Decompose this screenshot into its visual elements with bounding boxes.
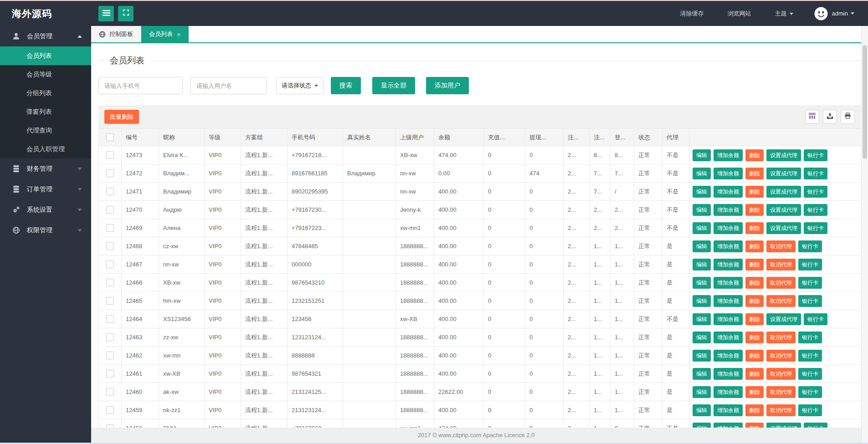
bank-button[interactable]: 银行卡 — [798, 259, 822, 270]
theme-menu[interactable]: 主题 — [763, 10, 805, 18]
row-checkbox[interactable] — [106, 224, 114, 232]
cancel-agent-button[interactable]: 取消代理 — [766, 404, 796, 416]
bank-button[interactable]: 银行卡 — [804, 313, 827, 325]
edit-button[interactable]: 编辑 — [693, 168, 711, 179]
bank-button[interactable]: 银行卡 — [798, 368, 822, 380]
add-balance-button[interactable]: 增加余额 — [714, 350, 743, 362]
delete-button[interactable]: 删除 — [745, 332, 764, 343]
cancel-agent-button[interactable]: 取消代理 — [766, 386, 796, 398]
row-checkbox[interactable] — [106, 333, 114, 341]
sidebar-item-agent-query[interactable]: 代理查询 — [0, 121, 91, 140]
row-checkbox[interactable] — [106, 315, 114, 323]
set-agent-button[interactable]: 设置成代理 — [766, 313, 801, 325]
sidebar-item-member-onboarding[interactable]: 会员入职管理 — [0, 140, 91, 158]
delete-button[interactable]: 删除 — [745, 277, 764, 289]
delete-button[interactable]: 删除 — [745, 313, 764, 325]
bank-button[interactable]: 银行卡 — [798, 404, 822, 416]
page-scrollbar[interactable] — [861, 26, 868, 443]
row-checkbox[interactable] — [106, 406, 114, 414]
row-checkbox[interactable] — [106, 151, 114, 159]
edit-button[interactable]: 编辑 — [693, 149, 711, 161]
bank-button[interactable]: 银行卡 — [804, 222, 827, 234]
edit-button[interactable]: 编辑 — [693, 386, 711, 398]
add-balance-button[interactable]: 增加余额 — [714, 386, 743, 398]
edit-button[interactable]: 编辑 — [693, 277, 711, 289]
row-checkbox[interactable] — [106, 297, 114, 305]
sidebar-item-permission-management[interactable]: 权限管理 — [0, 220, 91, 240]
edit-button[interactable]: 编辑 — [693, 295, 711, 307]
show-all-button[interactable]: 显示全部 — [372, 77, 415, 94]
bank-button[interactable]: 银行卡 — [798, 386, 822, 398]
add-balance-button[interactable]: 增加余额 — [714, 404, 743, 416]
edit-button[interactable]: 编辑 — [693, 332, 711, 343]
bank-button[interactable]: 银行卡 — [798, 332, 822, 343]
add-balance-button[interactable]: 增加余额 — [714, 332, 743, 343]
delete-button[interactable]: 删除 — [745, 149, 764, 161]
add-balance-button[interactable]: 增加余额 — [714, 204, 743, 216]
add-user-button[interactable]: 添加用户 — [426, 77, 469, 94]
delete-button[interactable]: 删除 — [745, 168, 764, 179]
add-balance-button[interactable]: 增加余额 — [714, 259, 743, 270]
row-checkbox[interactable] — [106, 169, 114, 177]
edit-button[interactable]: 编辑 — [693, 222, 711, 234]
browse-site-link[interactable]: 浏览网站 — [716, 10, 763, 18]
row-checkbox[interactable] — [106, 388, 114, 396]
cancel-agent-button[interactable]: 取消代理 — [766, 368, 796, 380]
delete-button[interactable]: 删除 — [745, 404, 764, 416]
row-checkbox[interactable] — [106, 260, 114, 268]
username-input[interactable] — [190, 77, 267, 94]
export-button[interactable] — [823, 110, 837, 124]
set-agent-button[interactable]: 设置成代理 — [766, 222, 801, 234]
columns-toggle-button[interactable] — [805, 110, 819, 124]
add-balance-button[interactable]: 增加余额 — [714, 168, 743, 179]
fullscreen-button[interactable] — [118, 6, 134, 21]
sidebar-item-system-settings[interactable]: 系统设置 — [0, 199, 91, 220]
add-balance-button[interactable]: 增加余额 — [714, 368, 743, 380]
delete-button[interactable]: 删除 — [745, 295, 764, 307]
cancel-agent-button[interactable]: 取消代理 — [766, 350, 796, 362]
delete-button[interactable]: 删除 — [745, 240, 764, 252]
delete-button[interactable]: 删除 — [745, 204, 764, 216]
cancel-agent-button[interactable]: 取消代理 — [766, 332, 796, 343]
clear-cache-link[interactable]: 清除缓存 — [668, 10, 716, 18]
sidebar-item-group-list[interactable]: 分组列表 — [0, 84, 91, 102]
row-checkbox[interactable] — [106, 352, 114, 359]
cancel-agent-button[interactable]: 取消代理 — [766, 295, 796, 307]
set-agent-button[interactable]: 设置成代理 — [766, 168, 801, 179]
sidebar-toggle-button[interactable] — [98, 6, 114, 21]
bank-button[interactable]: 银行卡 — [798, 350, 822, 362]
bank-button[interactable]: 银行卡 — [804, 149, 827, 161]
sidebar-item-order-management[interactable]: 订单管理 — [0, 179, 91, 199]
cancel-agent-button[interactable]: 取消代理 — [766, 277, 796, 289]
add-balance-button[interactable]: 增加余额 — [714, 277, 743, 289]
cancel-agent-button[interactable]: 取消代理 — [766, 240, 796, 252]
tab-dashboard[interactable]: 控制面板 — [91, 26, 141, 42]
bank-button[interactable]: 银行卡 — [804, 168, 827, 179]
delete-button[interactable]: 删除 — [745, 186, 764, 198]
add-balance-button[interactable]: 增加余额 — [714, 240, 743, 252]
row-checkbox[interactable] — [106, 188, 114, 195]
edit-button[interactable]: 编辑 — [693, 404, 711, 416]
batch-delete-button[interactable]: 批量删除 — [104, 110, 139, 124]
delete-button[interactable]: 删除 — [745, 386, 764, 398]
cancel-agent-button[interactable]: 取消代理 — [766, 259, 796, 270]
edit-button[interactable]: 编辑 — [693, 259, 711, 270]
bank-button[interactable]: 银行卡 — [798, 295, 822, 307]
add-balance-button[interactable]: 增加余额 — [714, 149, 743, 161]
print-button[interactable] — [841, 110, 855, 124]
add-balance-button[interactable]: 增加余额 — [714, 295, 743, 307]
sidebar-item-member-management[interactable]: 会员管理 — [0, 26, 91, 46]
set-agent-button[interactable]: 设置成代理 — [766, 204, 801, 216]
scrollbar-thumb[interactable] — [863, 45, 867, 159]
bank-button[interactable]: 银行卡 — [804, 186, 827, 198]
sidebar-item-member-level[interactable]: 会员等级 — [0, 65, 91, 84]
sidebar-item-finance-management[interactable]: 财务管理 — [0, 158, 91, 179]
close-icon[interactable]: × — [177, 31, 181, 38]
add-balance-button[interactable]: 增加余额 — [714, 313, 743, 325]
tab-member-list[interactable]: 会员列表 × — [141, 26, 189, 42]
search-button[interactable]: 搜索 — [331, 77, 361, 94]
select-all-checkbox[interactable] — [106, 133, 114, 141]
row-checkbox[interactable] — [106, 370, 114, 378]
row-checkbox[interactable] — [106, 206, 114, 214]
set-agent-button[interactable]: 设置成代理 — [766, 186, 801, 198]
